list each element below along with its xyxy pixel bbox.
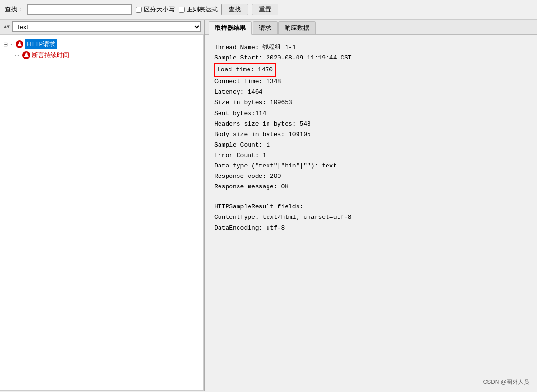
size-bytes-label: Size in bytes:: [214, 98, 266, 108]
content-type-value: text/html; charset=utf-8: [262, 212, 351, 223]
response-message-label: Response message:: [214, 182, 278, 192]
body-size-value: 109105: [288, 129, 311, 140]
data-encoding-label: DataEncoding:: [214, 223, 262, 234]
child-connector: ····: [15, 52, 20, 58]
load-time-value: 1470: [258, 65, 273, 75]
sent-bytes-row: Sent bytes: 114: [214, 108, 527, 119]
expand-icon[interactable]: ⊟: [3, 41, 8, 48]
watermark: CSDN @圈外人员: [483, 378, 529, 386]
regex-checkbox[interactable]: [179, 7, 185, 13]
headers-size-row: Headers size in bytes: 548: [214, 119, 527, 129]
search-input[interactable]: [27, 4, 132, 15]
search-label: 查找：: [5, 5, 23, 14]
regex-label: 正则表达式: [187, 5, 218, 14]
main-container: ▲▼ Text ⊟ ··· HTTP请求 ···· 断言持续时间: [0, 20, 537, 391]
view-mode-select[interactable]: Text: [12, 21, 201, 32]
child-error-shield-icon: [22, 51, 30, 59]
case-sensitive-group: 区分大小写: [136, 5, 175, 14]
connect-time-value: 1348: [266, 77, 281, 87]
collapse-icon[interactable]: ▲▼: [3, 23, 10, 30]
sent-bytes-label: Sent bytes:: [214, 108, 255, 119]
section-gap: [214, 192, 527, 202]
sample-count-value: 1: [266, 140, 270, 150]
case-sensitive-checkbox[interactable]: [136, 7, 142, 13]
headers-size-value: 548: [299, 119, 310, 129]
data-type-label: Data type ("text"|"bin"|""):: [214, 161, 318, 171]
tree-child-node[interactable]: ···· 断言持续时间: [15, 50, 200, 60]
latency-label: Latency:: [214, 87, 244, 98]
response-code-label: Response code:: [214, 171, 266, 182]
left-header: ▲▼ Text: [0, 20, 204, 34]
data-encoding-value: utf-8: [266, 223, 285, 234]
response-code-value: 200: [270, 171, 281, 182]
tree-area: ⊟ ··· HTTP请求 ···· 断言持续时间: [0, 34, 204, 391]
tabs-bar: 取样器结果 请求 响应数据: [205, 20, 537, 35]
thread-name-row: Thread Name: 线程组 1-1: [214, 42, 527, 53]
root-node-label[interactable]: HTTP请求: [25, 39, 57, 49]
http-fields-row: HTTPSampleResult fields:: [214, 202, 527, 212]
toolbar: 查找： 区分大小写 正则表达式 查找 重置: [0, 0, 537, 20]
tree-connector-dots: ···: [10, 41, 14, 47]
error-count-label: Error Count:: [214, 150, 259, 161]
tree-root-node[interactable]: ⊟ ··· HTTP请求: [3, 39, 200, 50]
connect-time-label: Connect Time:: [214, 77, 262, 87]
size-bytes-value: 109653: [270, 98, 292, 108]
body-size-row: Body size in bytes: 109105: [214, 129, 527, 140]
reset-button[interactable]: 重置: [252, 4, 278, 15]
load-time-row: Load time: 1470: [214, 63, 276, 77]
content-type-label: ContentType:: [214, 212, 259, 223]
tab-response-data[interactable]: 响应数据: [278, 21, 316, 34]
sample-count-label: Sample Count:: [214, 140, 262, 150]
data-encoding-row: DataEncoding: utf-8: [214, 223, 527, 234]
connect-time-row: Connect Time: 1348: [214, 77, 527, 87]
http-fields-label: HTTPSampleResult fields:: [214, 202, 303, 212]
child-node-label[interactable]: 断言持续时间: [32, 51, 69, 59]
content-area: Thread Name: 线程组 1-1 Sample Start: 2020-…: [205, 35, 537, 391]
right-panel: 取样器结果 请求 响应数据 Thread Name: 线程组 1-1 Sampl…: [205, 20, 537, 391]
size-bytes-row: Size in bytes: 109653: [214, 98, 527, 108]
tab-sampler-result[interactable]: 取样器结果: [209, 21, 252, 35]
regex-group: 正则表达式: [179, 5, 218, 14]
left-panel: ▲▼ Text ⊟ ··· HTTP请求 ···· 断言持续时间: [0, 20, 205, 391]
sample-start-value: 2020-08-09 11:19:44 CST: [266, 53, 351, 63]
case-sensitive-label: 区分大小写: [144, 5, 175, 14]
body-size-label: Body size in bytes:: [214, 129, 285, 140]
error-count-value: 1: [262, 150, 266, 161]
response-message-value: OK: [281, 182, 288, 192]
data-type-row: Data type ("text"|"bin"|""): text: [214, 161, 527, 171]
thread-name-value: 线程组 1-1: [262, 42, 296, 53]
thread-name-label: Thread Name:: [214, 42, 259, 53]
sample-count-row: Sample Count: 1: [214, 140, 527, 150]
tab-request[interactable]: 请求: [253, 21, 278, 34]
latency-value: 1464: [248, 87, 262, 98]
sample-start-label: Sample Start:: [214, 53, 262, 63]
headers-size-label: Headers size in bytes:: [214, 119, 296, 129]
response-code-row: Response code: 200: [214, 171, 527, 182]
content-type-row: ContentType: text/html; charset=utf-8: [214, 212, 527, 223]
sent-bytes-value: 114: [255, 108, 266, 119]
response-message-row: Response message: OK: [214, 182, 527, 192]
load-time-label: Load time:: [217, 65, 254, 75]
search-button[interactable]: 查找: [221, 4, 248, 15]
error-count-row: Error Count: 1: [214, 150, 527, 161]
latency-row: Latency: 1464: [214, 87, 527, 98]
data-type-value: text: [322, 161, 337, 171]
sample-start-row: Sample Start: 2020-08-09 11:19:44 CST: [214, 53, 527, 63]
error-shield-icon: [16, 40, 23, 48]
